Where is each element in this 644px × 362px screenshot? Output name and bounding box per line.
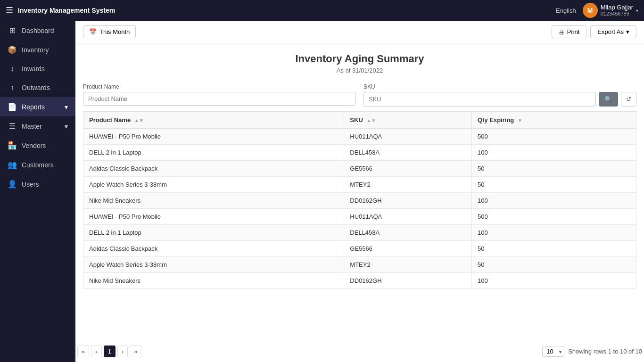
cell-product-name: DELL 2 in 1 Laptop (83, 225, 344, 241)
export-label: Export As (597, 28, 624, 35)
sku-input[interactable] (363, 92, 596, 107)
customers-icon: 👥 (8, 160, 17, 169)
pag-last-button[interactable]: » (130, 346, 141, 357)
topbar-left: ☰ Inventory Management System (6, 5, 115, 16)
report-content: Inventory Aging Summary As of 31/01/2022… (75, 43, 644, 341)
cell-product-name: Nike Mid Sneakers (83, 273, 344, 289)
dashboard-icon: ⊞ (8, 26, 17, 35)
sidebar-item-inventory[interactable]: 📦 Inventory (0, 40, 75, 59)
col-product-name[interactable]: Product Name ▲▼ (83, 112, 344, 129)
table-row: DELL 2 in 1 Laptop DELL458A 100 (83, 145, 636, 161)
reports-arrow-icon: ▾ (65, 103, 68, 111)
report-subtitle: As of 31/01/2022 (83, 67, 636, 74)
cell-product-name: Adidas Classic Backpack (83, 241, 344, 257)
print-icon: 🖨 (559, 28, 565, 35)
cell-product-name: Apple Watch Series 3-38mm (83, 257, 344, 273)
cell-product-name: HUAWEI - P50 Pro Mobile (83, 129, 344, 145)
cell-sku: MTEY2 (344, 257, 472, 273)
product-name-label: Product Name (83, 83, 356, 90)
cell-sku: HU011AQA (344, 129, 472, 145)
pagination-controls: « ‹ 1 › » (77, 346, 141, 357)
month-filter-button[interactable]: 📅 This Month (83, 25, 136, 38)
sidebar-item-users[interactable]: 👤 Users (0, 174, 75, 194)
rows-per-page-select[interactable]: 10 25 50 (542, 346, 564, 357)
cell-qty-expiring: 100 (471, 225, 636, 241)
user-menu[interactable]: M Milap Gajjar 0123456789 ▾ (583, 3, 638, 18)
cell-product-name: Apple Watch Series 3-38mm (83, 177, 344, 193)
sidebar-label-inwards: Inwards (22, 65, 45, 73)
master-arrow-icon: ▾ (65, 123, 68, 130)
table-row: HUAWEI - P50 Pro Mobile HU011AQA 500 (83, 209, 636, 225)
export-button[interactable]: Export As ▾ (590, 25, 636, 38)
month-btn-label: This Month (99, 28, 130, 35)
app-title: Inventory Management System (18, 7, 115, 14)
sidebar-label-reports: Reports (22, 103, 45, 111)
pag-first-button[interactable]: « (77, 346, 89, 357)
user-phone: 0123456789 (601, 11, 633, 17)
table-row: Apple Watch Series 3-38mm MTEY2 50 (83, 177, 636, 193)
hamburger-icon[interactable]: ☰ (6, 5, 13, 16)
master-left: ☰ Master (8, 122, 42, 131)
sidebar-item-customers[interactable]: 👥 Customers (0, 155, 75, 174)
avatar: M (583, 3, 598, 18)
pagination-right: 10 25 50 Showing rows 1 to 10 of 10 (542, 346, 642, 357)
pag-current-button[interactable]: 1 (104, 346, 116, 357)
table-row: Adidas Classic Backpack GE5566 50 (83, 241, 636, 257)
table-row: Nike Mid Sneakers DD0162GH 100 (83, 193, 636, 209)
cell-product-name: DELL 2 in 1 Laptop (83, 145, 344, 161)
sidebar-item-vendors[interactable]: 🏪 Vendors (0, 136, 75, 155)
layout: ⊞ Dashboard 📦 Inventory ↓ Inwards ↑ Outw… (0, 21, 644, 362)
col-sku[interactable]: SKU ▲▼ (344, 112, 472, 129)
print-label: Print (567, 28, 580, 35)
main-content: 📅 This Month 🖨 Print Export As ▾ Invento… (75, 21, 644, 362)
sidebar-label-customers: Customers (22, 161, 54, 169)
sidebar-label-vendors: Vendors (22, 142, 46, 149)
vendors-icon: 🏪 (8, 141, 17, 150)
cell-product-name: Adidas Classic Backpack (83, 161, 344, 177)
inventory-icon: 📦 (8, 45, 17, 54)
sidebar-item-master[interactable]: ☰ Master ▾ (0, 116, 75, 136)
reports-icon: 📄 (8, 102, 17, 111)
pag-prev-button[interactable]: ‹ (91, 346, 101, 357)
cell-sku: MTEY2 (344, 177, 472, 193)
sidebar-item-outwards[interactable]: ↑ Outwards (0, 78, 75, 97)
calendar-icon: 📅 (89, 28, 97, 35)
cell-qty-expiring: 100 (471, 193, 636, 209)
master-icon: ☰ (8, 122, 17, 131)
cell-sku: DELL458A (344, 145, 472, 161)
user-dropdown-icon: ▾ (636, 8, 638, 13)
sidebar-item-inwards[interactable]: ↓ Inwards (0, 59, 75, 78)
pag-next-button[interactable]: › (117, 346, 128, 357)
sku-label: SKU (363, 83, 636, 90)
reset-button[interactable]: ↺ (621, 92, 636, 107)
sidebar-label-outwards: Outwards (22, 84, 50, 91)
table-header: Product Name ▲▼ SKU ▲▼ Qty Expiring ▼ (83, 112, 636, 129)
topbar: ☰ Inventory Management System English M … (0, 0, 644, 21)
col-qty-expiring[interactable]: Qty Expiring ▼ (471, 112, 636, 129)
topbar-right: English M Milap Gajjar 0123456789 ▾ (556, 3, 638, 18)
table-row: Nike Mid Sneakers DD0162GH 100 (83, 273, 636, 289)
product-name-input[interactable] (83, 92, 356, 106)
cell-qty-expiring: 500 (471, 209, 636, 225)
sidebar-item-dashboard[interactable]: ⊞ Dashboard (0, 21, 75, 40)
report-title: Inventory Aging Summary (83, 53, 636, 65)
pagination-bar: « ‹ 1 › » 10 25 50 Showing rows 1 to 10 … (75, 341, 644, 362)
qty-sort-icon: ▼ (518, 118, 522, 123)
cell-qty-expiring: 100 (471, 145, 636, 161)
table-row: DELL 2 in 1 Laptop DELL458A 100 (83, 225, 636, 241)
search-button[interactable]: 🔍 (599, 92, 618, 107)
users-icon: 👤 (8, 180, 17, 189)
sidebar: ⊞ Dashboard 📦 Inventory ↓ Inwards ↑ Outw… (0, 21, 75, 362)
cell-product-name: HUAWEI - P50 Pro Mobile (83, 209, 344, 225)
sidebar-label-inventory: Inventory (22, 46, 49, 54)
filter-row: Product Name SKU 🔍 ↺ (83, 83, 636, 107)
sidebar-label-users: Users (22, 181, 39, 188)
cell-qty-expiring: 50 (471, 161, 636, 177)
print-button[interactable]: 🖨 Print (552, 25, 587, 38)
inwards-icon: ↓ (8, 65, 17, 73)
cell-qty-expiring: 500 (471, 129, 636, 145)
cell-qty-expiring: 50 (471, 241, 636, 257)
language-selector[interactable]: English (556, 7, 576, 14)
sidebar-item-reports[interactable]: 📄 Reports ▾ (0, 97, 75, 116)
report-bar: 📅 This Month 🖨 Print Export As ▾ (75, 21, 644, 43)
